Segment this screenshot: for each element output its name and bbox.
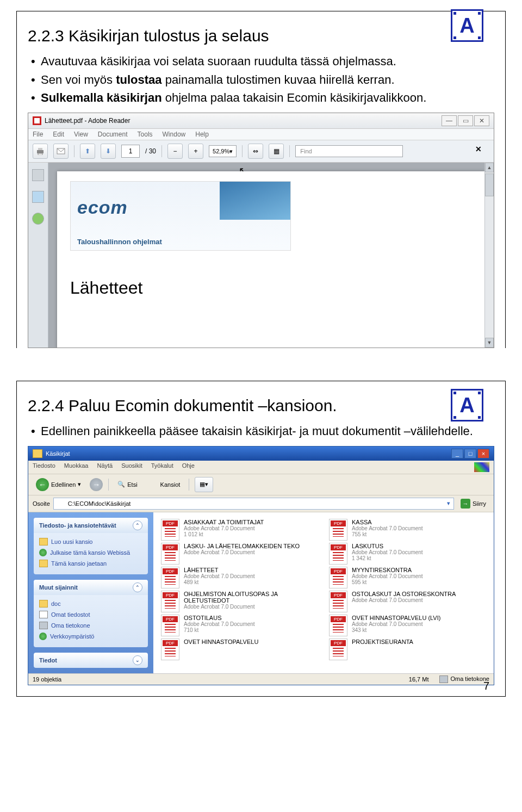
menu-document[interactable]: Document bbox=[98, 131, 128, 138]
tasks-panel: Tiedosto- ja kansiotehtävät⌃ Luo uusi ka… bbox=[34, 518, 148, 574]
bullet-1: Avautuvaa käsikirjaa voi selata suoraan … bbox=[31, 53, 494, 70]
explorer-title: Käsikirjat bbox=[46, 450, 70, 457]
zoom-in-button[interactable]: + bbox=[188, 144, 203, 159]
menu-window[interactable]: Window bbox=[163, 131, 186, 138]
print-button[interactable] bbox=[33, 144, 48, 159]
file-item[interactable]: ASIAKKAAT JA TOIMITTAJATAdobe Acrobat 7.… bbox=[161, 519, 318, 541]
folders-button[interactable]: Kansiot bbox=[146, 480, 184, 489]
collapse-icon-2[interactable]: ⌃ bbox=[133, 582, 142, 592]
zoom-out-button[interactable]: − bbox=[167, 144, 183, 159]
prev-page-button[interactable]: ⬆ bbox=[80, 144, 95, 159]
pdf-icon bbox=[329, 519, 347, 541]
place-doc[interactable]: doc bbox=[39, 598, 142, 609]
thumbnails-icon[interactable] bbox=[32, 169, 44, 181]
email-button[interactable] bbox=[53, 144, 69, 159]
a-block-icon-2: A bbox=[451, 389, 483, 422]
bookmarks-icon[interactable] bbox=[32, 191, 44, 203]
folders-icon bbox=[150, 481, 158, 488]
minimize-button[interactable]: — bbox=[442, 115, 457, 126]
task-new-folder[interactable]: Luo uusi kansio bbox=[39, 536, 142, 547]
explorer-window: Käsikirjat _ □ × Tiedosto Muokkaa Näytä … bbox=[28, 446, 494, 685]
menu-help[interactable]: Help bbox=[195, 131, 209, 138]
address-input[interactable]: C:\ECOM\doc\Käsikirjat ▾ bbox=[53, 498, 454, 510]
tasks-header[interactable]: Tiedosto- ja kansiotehtävät⌃ bbox=[34, 518, 148, 533]
bullet-3: Sulkemalla käsikirjan ohjelma palaa taka… bbox=[31, 90, 494, 106]
pdf-icon bbox=[329, 591, 347, 612]
file-name: MYYNTIRESKONTRA bbox=[352, 567, 423, 573]
file-item[interactable]: OSTOTILAUSAdobe Acrobat 7.0 Document710 … bbox=[161, 615, 318, 636]
find-input[interactable]: Find bbox=[295, 145, 403, 157]
page-number-input[interactable] bbox=[121, 145, 140, 158]
exp-close-button[interactable]: × bbox=[477, 449, 489, 458]
collapse-icon[interactable]: ⌃ bbox=[133, 520, 142, 530]
file-name: LÄHETTEET bbox=[184, 567, 255, 573]
search-button[interactable]: 🔍 Etsi bbox=[114, 480, 140, 489]
vertical-scrollbar[interactable]: ▲ ▼ bbox=[484, 163, 494, 348]
go-arrow-icon: → bbox=[461, 499, 470, 509]
file-item[interactable]: LASKUTUSAdobe Acrobat 7.0 Document1 342 … bbox=[329, 543, 486, 565]
scroll-thumb[interactable] bbox=[485, 173, 494, 196]
file-item[interactable]: KASSAAdobe Acrobat 7.0 Document755 kt bbox=[329, 519, 486, 541]
views-button[interactable]: ▦▾ bbox=[195, 477, 213, 492]
svg-rect-0 bbox=[37, 150, 44, 153]
section-title-2: 2.2.4 Paluu Ecomin dokumentit –kansioon. bbox=[28, 396, 494, 415]
scroll-down-icon[interactable]: ▼ bbox=[485, 338, 494, 348]
forward-button[interactable]: → bbox=[90, 478, 103, 491]
file-item[interactable]: PROJEKTISEURANTA bbox=[329, 639, 486, 660]
file-item[interactable]: OSTOLASKUT JA OSTORESKONTRAAdobe Acrobat… bbox=[329, 591, 486, 612]
addr-folder-icon bbox=[57, 500, 65, 507]
bullet-list-1: Avautuvaa käsikirjaa voi selata suoraan … bbox=[28, 53, 494, 106]
exp-menu-help[interactable]: Ohje bbox=[182, 462, 195, 472]
file-type: Adobe Acrobat 7.0 Document bbox=[184, 525, 264, 531]
explorer-sidebar: Tiedosto- ja kansiotehtävät⌃ Luo uusi ka… bbox=[28, 512, 153, 673]
place-network[interactable]: Verkkoympäristö bbox=[39, 631, 142, 642]
menu-tools[interactable]: Tools bbox=[138, 131, 153, 138]
go-button[interactable]: → Siirry bbox=[457, 499, 489, 509]
menu-view[interactable]: View bbox=[74, 131, 88, 138]
exp-menu-view[interactable]: Näytä bbox=[97, 462, 113, 472]
places-header[interactable]: Muut sijainnit⌃ bbox=[34, 580, 148, 595]
exp-minimize-button[interactable]: _ bbox=[451, 449, 463, 458]
next-page-button[interactable]: ⬇ bbox=[101, 144, 116, 159]
place-mycomputer[interactable]: Oma tietokone bbox=[39, 620, 142, 631]
exp-maximize-button[interactable]: □ bbox=[464, 449, 476, 458]
page-number: 7 bbox=[483, 680, 489, 692]
maximize-button[interactable]: ▭ bbox=[458, 115, 473, 126]
file-item[interactable]: LASKU- JA LÄHETELOMAKKEIDEN TEKOAdobe Ac… bbox=[161, 543, 318, 565]
exp-menu-tools[interactable]: Työkalut bbox=[151, 462, 173, 472]
status-count: 19 objektia bbox=[33, 676, 61, 683]
expand-icon[interactable]: ⌄ bbox=[133, 655, 142, 665]
close-button[interactable]: ✕ bbox=[474, 115, 489, 126]
file-item[interactable]: OVET HINNASTOPALVELU bbox=[161, 639, 318, 660]
file-item[interactable]: MYYNTIRESKONTRAAdobe Acrobat 7.0 Documen… bbox=[329, 567, 486, 588]
back-button[interactable]: ← Edellinen ▾ bbox=[33, 477, 84, 492]
task-publish[interactable]: Julkaise tämä kansio Webissä bbox=[39, 547, 142, 558]
fit-page-button[interactable]: ▦ bbox=[269, 144, 284, 159]
exp-menu-edit[interactable]: Muokkaa bbox=[64, 462, 89, 472]
menu-edit[interactable]: Edit bbox=[53, 131, 64, 138]
reader-titlebar: Lähetteet.pdf - Adobe Reader — ▭ ✕ bbox=[28, 113, 494, 129]
help-icon[interactable] bbox=[32, 213, 44, 225]
task-share[interactable]: Tämä kansio jaetaan bbox=[39, 558, 142, 569]
exp-menu-file[interactable]: Tiedosto bbox=[33, 462, 55, 472]
menu-file[interactable]: File bbox=[33, 131, 43, 138]
place-mydocs[interactable]: Omat tiedostot bbox=[39, 609, 142, 620]
fit-width-button[interactable]: ⇔ bbox=[248, 144, 263, 159]
file-type: Adobe Acrobat 7.0 Document bbox=[184, 573, 255, 579]
zoom-level[interactable]: 52,9% ▾ bbox=[209, 145, 237, 157]
file-name: OVET HINNASTOPALVELU (LVI) bbox=[352, 615, 440, 621]
doc-close-icon[interactable]: ✕ bbox=[475, 145, 482, 153]
file-size: 343 kt bbox=[352, 627, 440, 633]
reader-sidebar bbox=[28, 163, 48, 348]
scroll-up-icon[interactable]: ▲ bbox=[485, 163, 494, 172]
file-item[interactable]: LÄHETTEETAdobe Acrobat 7.0 Document489 k… bbox=[161, 567, 318, 588]
ecom-banner: ecom Taloushallinnon ohjelmat bbox=[70, 181, 291, 251]
back-arrow-icon: ← bbox=[36, 478, 49, 491]
file-item[interactable]: OVET HINNASTOPALVELU (LVI)Adobe Acrobat … bbox=[329, 615, 486, 636]
exp-menu-fav[interactable]: Suosikit bbox=[121, 462, 142, 472]
address-bar: Osoite C:\ECOM\doc\Käsikirjat ▾ → Siirry bbox=[28, 495, 494, 512]
details-header[interactable]: Tiedot⌄ bbox=[34, 653, 148, 668]
reader-title: Lähetteet.pdf - Adobe Reader bbox=[45, 117, 130, 125]
pdf-icon bbox=[329, 567, 347, 588]
file-item[interactable]: OHJELMISTON ALOITUSOPAS JA OLETUSTIEDOTA… bbox=[161, 591, 318, 612]
